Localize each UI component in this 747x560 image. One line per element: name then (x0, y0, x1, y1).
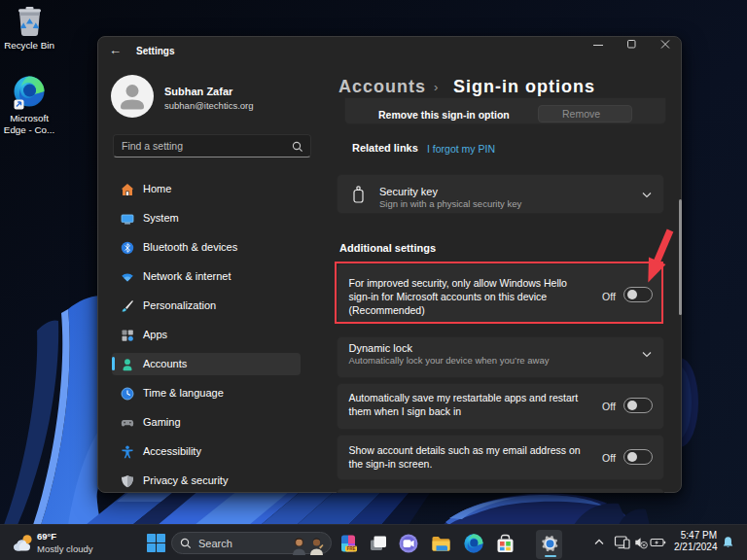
svg-text:FRE: FRE (346, 546, 355, 551)
